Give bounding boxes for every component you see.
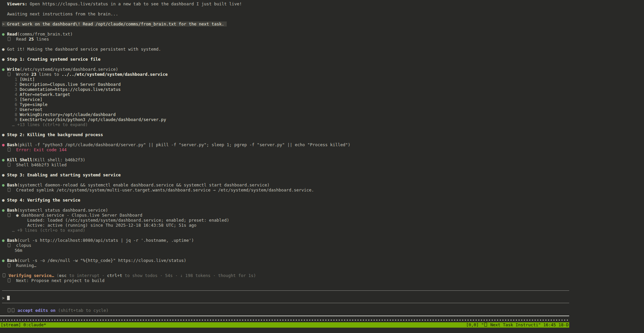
blank-line	[2, 62, 644, 67]
tool-result-connector-icon	[8, 188, 10, 192]
terminal-window: Viewers: Open https://clopus.live/status…	[0, 0, 644, 333]
terminal-line: ● Step 2: Killing the background process	[2, 132, 644, 137]
terminal-line: Created symlink /etc/systemd/system/mult…	[2, 187, 644, 192]
blank-line	[2, 52, 644, 57]
tool-result-connector-icon	[8, 243, 10, 247]
terminal-line: Error: Exit code 144	[2, 147, 644, 152]
tool-call-read: ● Read(comms/from_brain.txt)	[2, 32, 644, 37]
terminal-line: Active: active (running) since Thu 2025-…	[2, 223, 644, 228]
user-message-line: > Great work on the dashboard\! Read /op…	[2, 21, 644, 26]
tool-call-bash: ● Bash(systemctl daemon-reload && system…	[2, 182, 644, 187]
blank-line	[2, 203, 644, 208]
blank-line	[2, 268, 644, 273]
input-box-top-border	[2, 290, 644, 295]
mode-indicator-line: accept edits on (shift+tab to cycle)	[2, 308, 644, 313]
blank-line	[2, 127, 644, 132]
terminal-scrollback: Viewers: Open https://clopus.live/status…	[0, 0, 644, 313]
terminal-line: 56m	[2, 248, 644, 253]
terminal-line: ● Step 3: Enabling and starting systemd …	[2, 172, 644, 177]
tool-call-bash-error: ● Bash(pkill -f "python3 /opt/claude/das…	[2, 142, 644, 147]
blank-line	[2, 42, 644, 47]
terminal-line: Awaiting next instructions from the brai…	[2, 11, 644, 16]
fast-forward-icon	[12, 308, 14, 312]
input-box-bottom-border	[2, 303, 644, 308]
terminal-line: Wrote 23 lines to ../../etc/systemd/syst…	[2, 72, 644, 77]
blank-line	[2, 152, 644, 157]
tmux-window-label[interactable]: [stream] 0:claude*	[1, 322, 46, 328]
terminal-line: 5 [Service]	[2, 97, 644, 102]
terminal-line: 1 [Unit]	[2, 77, 644, 82]
blank-line	[2, 192, 644, 198]
terminal-line: 3 Documentation=https://clopus.live/stat…	[2, 87, 644, 92]
blank-line	[2, 177, 644, 182]
tool-result-connector-icon	[8, 72, 10, 76]
terminal-line: Shell b46b2f3 killed	[2, 162, 644, 167]
terminal-line: 7 User=root	[2, 107, 644, 112]
separator-line	[2, 303, 569, 303]
terminal-line: ● dashboard.service - Clopus.live Server…	[2, 213, 644, 218]
tmux-dotted-separator	[1, 320, 569, 321]
tool-result-connector-icon	[8, 163, 10, 167]
terminal-line: 6 Type=simple	[2, 102, 644, 107]
blank-line	[2, 167, 644, 172]
tool-call-bash: ● Bash(systemctl status dashboard.servic…	[2, 208, 644, 213]
tool-call-write: ● Write(/etc/systemd/system/dashboard.se…	[2, 67, 644, 72]
terminal-line: ● Got it! Making the dashboard service p…	[2, 47, 644, 52]
emoji-box-icon	[484, 323, 487, 327]
tool-call-bash: ● Bash(curl -s -o /dev/null -w "%{http_c…	[2, 258, 644, 263]
terminal-bottom-border	[0, 316, 569, 316]
spinner-icon	[3, 273, 5, 277]
blank-line	[2, 16, 644, 21]
blank-line	[2, 26, 644, 32]
terminal-line: Next: Propose next project to build	[2, 278, 644, 283]
terminal-line: … +13 lines (ctrl+o to expand)	[2, 122, 644, 127]
todo-connector-icon	[8, 278, 10, 282]
blank-line	[2, 253, 644, 258]
prompt-input[interactable]: >	[2, 295, 644, 300]
terminal-line: 4 After=network.target	[2, 92, 644, 97]
terminal-line: ● Step 1: Creating systemd service file	[2, 57, 644, 62]
blank-line	[2, 233, 644, 238]
tool-result-connector-icon	[8, 37, 10, 41]
tmux-pane-coords: [0,0] "	[466, 322, 484, 327]
blank-line	[2, 283, 644, 288]
blank-line	[2, 137, 644, 142]
tool-result-connector-icon	[8, 263, 10, 267]
blank-line	[2, 6, 644, 11]
tool-result-connector-icon	[8, 213, 10, 217]
terminal-line: Loaded: loaded (/etc/systemd/system/dash…	[2, 218, 644, 223]
terminal-line: … +9 lines (ctrl+o to expand)	[2, 228, 644, 233]
tool-call-bash: ● Bash(curl -s http://localhost:8080/api…	[2, 238, 644, 243]
text-cursor	[7, 296, 10, 300]
tool-result-connector-icon	[8, 148, 10, 152]
terminal-line: 2 Description=Clopus.live Server Dashboa…	[2, 82, 644, 87]
prompt-chevron: >	[2, 295, 7, 300]
terminal-line: Viewers: Open https://clopus.live/status…	[2, 1, 644, 6]
terminal-line: 9 ExecStart=/usr/bin/python3 /opt/claude…	[2, 117, 644, 122]
terminal-line: Running…	[2, 263, 644, 268]
tmux-status-bar: [stream] 0:claude* [0,0] " Next Task Ins…	[0, 322, 569, 328]
terminal-line: ● Step 4: Verifying the service	[2, 198, 644, 203]
terminal-line: 8 WorkingDirectory=/opt/claude/dashboard	[2, 112, 644, 117]
separator-line	[2, 290, 569, 291]
terminal-line: Read 25 lines	[2, 37, 644, 42]
spinner-status-line: Verifying service… (esc to interrupt · c…	[2, 273, 644, 278]
tool-call-kill-shell: ● Kill Shell(Kill shell: b46b2f3)	[2, 157, 644, 162]
tmux-status-right: [0,0] " Next Task Instructi" 16:45 18-D	[466, 322, 569, 328]
terminal-line: clopus	[2, 243, 644, 248]
fast-forward-icon	[8, 308, 10, 312]
tmux-title-time: Next Task Instructi" 16:45 18-D	[488, 322, 569, 327]
